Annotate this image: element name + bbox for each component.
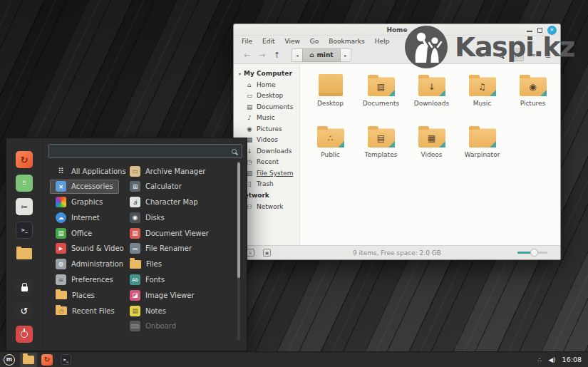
file-item-public[interactable]: ∴ Public <box>305 120 356 172</box>
taskbar-files-app[interactable] <box>20 353 37 367</box>
network-tray-icon[interactable]: ∴ <box>537 356 542 363</box>
file-item-pictures[interactable]: ◉ Pictures <box>507 69 558 120</box>
file-item-warpinator[interactable]: Warpinator <box>457 120 507 172</box>
power-off-icon[interactable] <box>16 326 33 343</box>
clock[interactable]: 16:08 <box>562 356 582 363</box>
volume-icon[interactable]: ◀) <box>548 356 555 363</box>
sidebar-computer-header[interactable]: ▾ My Computer <box>234 68 299 79</box>
compact-view-toggle[interactable]: ≣ <box>541 48 555 61</box>
app-document-viewer[interactable]: ▤Document Viewer <box>124 226 215 240</box>
menu-scrollbar[interactable] <box>237 161 240 341</box>
notes-icon: ▤ <box>130 306 140 316</box>
sidebar-item-pictures[interactable]: ◉Pictures <box>234 123 299 135</box>
sidebar-item-desktop[interactable]: ▭Desktop <box>234 91 299 102</box>
menu-search-input[interactable] <box>54 148 232 155</box>
breadcrumb-home-button[interactable]: ⌂ mint <box>302 48 341 62</box>
firefox-icon[interactable]: ↻ <box>16 151 33 168</box>
sidebar-item-home[interactable]: ⌂Home <box>234 79 299 91</box>
sidebar-item-music[interactable]: ♪Music <box>234 113 299 124</box>
videos-folder-icon: ▦ <box>418 120 445 148</box>
search-icon[interactable] <box>494 48 508 61</box>
corner-flash-icon <box>439 141 445 148</box>
keyboard-icon: ⌨ <box>130 321 140 331</box>
files-icon[interactable] <box>16 245 33 262</box>
category-all-applications[interactable]: ⠿All Applications <box>50 164 132 178</box>
file-item-downloads[interactable]: ↓ Downloads <box>406 69 457 120</box>
app-character-map[interactable]: áCharacter Map <box>124 195 204 210</box>
category-recent-files[interactable]: ◷Recent Files <box>50 304 120 318</box>
menu-bookmarks[interactable]: Bookmarks <box>324 38 369 45</box>
category-accessories[interactable]: ×Accessories <box>50 180 119 194</box>
breadcrumb-next-icon[interactable]: ▸ <box>341 48 351 62</box>
desktop-folder-icon <box>319 69 343 96</box>
taskbar-firefox-app[interactable]: ↻ <box>38 353 56 367</box>
menu-help[interactable]: Help <box>370 38 395 45</box>
back-icon[interactable]: ← <box>239 48 254 61</box>
taskbar-terminal-app[interactable]: >_ <box>57 353 74 367</box>
forward-icon[interactable]: → <box>254 48 269 61</box>
music-note-icon: ♪ <box>246 114 253 121</box>
zoom-slider[interactable] <box>517 252 547 254</box>
list-view-toggle[interactable]: ≔ <box>525 48 540 61</box>
zoom-slider-track[interactable] <box>517 252 547 254</box>
icon-view-toggle[interactable]: ∷ <box>510 48 524 61</box>
file-view[interactable]: Desktop ▤ Documents ↓ Downloads ♫ Music … <box>300 64 560 245</box>
log-out-icon[interactable]: ↺ <box>16 302 33 319</box>
folder-icon <box>130 260 141 269</box>
category-places[interactable]: Places <box>50 288 100 302</box>
music-folder-icon: ♫ <box>469 69 496 96</box>
toggle-location-entry-icon[interactable]: ↵ <box>478 48 492 61</box>
category-office[interactable]: ▤Office <box>50 226 98 240</box>
window-controls: ✕ <box>527 24 557 36</box>
breadcrumb-prev-icon[interactable]: ◂ <box>292 48 302 62</box>
category-sound-video[interactable]: ▶Sound & Video <box>50 242 130 256</box>
close-button[interactable]: ✕ <box>547 26 557 35</box>
menu-view[interactable]: View <box>280 38 305 45</box>
titlebar[interactable]: Home ✕ <box>234 24 560 36</box>
folder-clock-icon: ◷ <box>56 306 67 315</box>
app-image-viewer[interactable]: ◪Image Viewer <box>124 288 200 302</box>
breadcrumb-location: mint <box>316 51 333 58</box>
window-body: ▾ My Computer ⌂Home ▭Desktop ▤Documents … <box>234 64 560 245</box>
minimize-button[interactable] <box>527 31 532 32</box>
file-item-music[interactable]: ♫ Music <box>457 69 507 120</box>
terminal-icon[interactable]: >_ <box>16 222 33 239</box>
app-files[interactable]: Files <box>124 257 167 272</box>
category-administration[interactable]: ⚙Administration <box>50 257 129 272</box>
software-manager-icon[interactable]: ⠿ <box>16 175 33 192</box>
menu-scrollbar-thumb[interactable] <box>237 162 240 278</box>
window-title: Home <box>386 26 407 33</box>
magnifier-icon <box>499 53 504 58</box>
lock-screen-icon[interactable] <box>16 279 33 296</box>
templates-folder-icon: ▤ <box>368 120 395 148</box>
globe-cloud-icon: ☁ <box>56 212 66 223</box>
menu-search[interactable] <box>48 144 242 158</box>
system-settings-icon[interactable]: ≔ <box>16 198 33 215</box>
file-item-desktop[interactable]: Desktop <box>305 69 356 120</box>
category-internet[interactable]: ☁Internet <box>50 210 105 224</box>
collapse-triangle-icon[interactable]: ▾ <box>239 71 241 76</box>
up-icon[interactable]: ↑ <box>269 48 284 61</box>
app-fonts[interactable]: AbFonts <box>124 273 170 287</box>
menu-go[interactable]: Go <box>305 38 324 45</box>
app-disks[interactable]: ◉Disks <box>124 210 170 224</box>
file-item-videos[interactable]: ▦ Videos <box>406 120 457 172</box>
file-item-templates[interactable]: ▤ Templates <box>356 120 406 172</box>
app-file-renamer[interactable]: ≔File Renamer <box>124 242 197 256</box>
app-onboard[interactable]: ⌨Onboard <box>124 319 182 334</box>
zoom-slider-handle[interactable] <box>530 249 538 257</box>
sidebar-item-documents[interactable]: ▤Documents <box>234 101 299 113</box>
category-graphics[interactable]: Graphics <box>50 195 108 210</box>
app-calculator[interactable]: ⊞Calculator <box>124 180 187 194</box>
corner-flash-icon <box>490 90 496 96</box>
app-notes[interactable]: ▤Notes <box>124 304 172 318</box>
image-viewer-icon: ◪ <box>130 290 140 301</box>
menu-edit[interactable]: Edit <box>257 38 279 45</box>
menu-file[interactable]: File <box>237 38 257 45</box>
mint-menu: ↻ ⠿ ≔ >_ ↺ ⠿All Applications ×Accessorie… <box>6 138 247 351</box>
app-archive-manager[interactable]: ▭Archive Manager <box>124 164 211 178</box>
category-preferences[interactable]: ≡Preferences <box>50 273 119 287</box>
file-item-documents[interactable]: ▤ Documents <box>356 69 406 120</box>
mint-menu-button[interactable]: m <box>0 352 19 367</box>
maximize-button[interactable] <box>537 28 542 33</box>
